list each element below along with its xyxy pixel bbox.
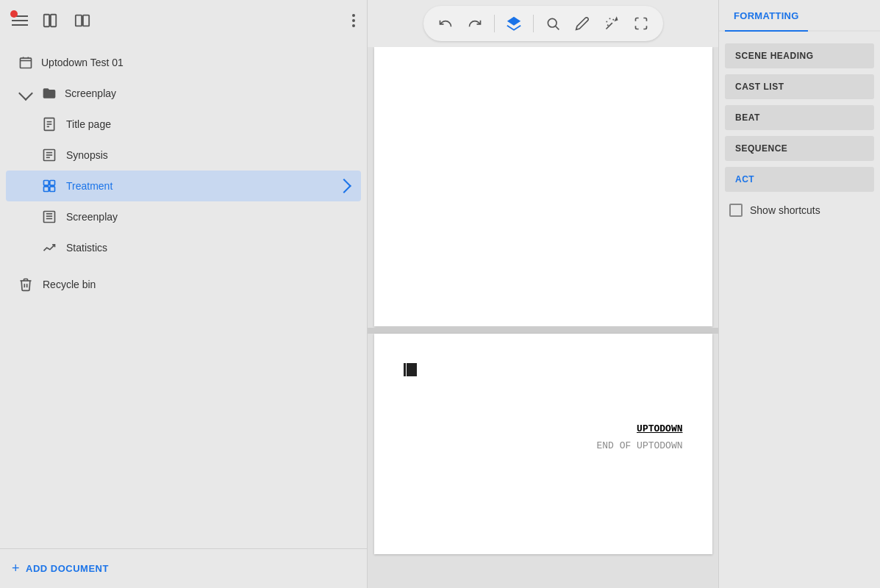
svg-line-28 [607, 25, 608, 26]
menu-bar-3 [12, 24, 28, 26]
toolbar-divider-2 [533, 15, 534, 32]
sequence-button[interactable]: SEQUENCE [725, 136, 874, 161]
cast-list-button[interactable]: CAST LIST [725, 74, 874, 99]
sidebar-item-screenplay-folder[interactable]: Screenplay [6, 78, 361, 109]
screenplay-icon [41, 209, 57, 225]
svg-rect-13 [44, 181, 49, 186]
svg-rect-2 [76, 15, 82, 26]
add-document-label: ADD DOCUMENT [26, 563, 109, 574]
show-shortcuts-checkbox[interactable] [729, 204, 743, 217]
sidebar-item-recycle-bin[interactable]: Recycle bin [6, 269, 361, 300]
menu-button[interactable] [12, 12, 29, 29]
sidebar-content: Uptodown Test 01 Screenplay [0, 41, 367, 548]
undo-button[interactable] [432, 10, 459, 37]
page-1 [374, 47, 712, 326]
cursor-rect [407, 363, 417, 376]
act-button[interactable]: ACT [725, 167, 874, 192]
magic-wand-button[interactable] [598, 10, 625, 37]
cursor [404, 363, 417, 376]
show-shortcuts-row: Show shortcuts [725, 198, 874, 223]
sidebar-footer: + ADD DOCUMENT [0, 548, 367, 588]
search-button[interactable] [540, 10, 566, 37]
trash-icon [18, 276, 34, 293]
dot-2 [352, 19, 355, 22]
dot-1 [352, 14, 355, 17]
scene-heading-button[interactable]: SCENE HEADING [725, 43, 874, 68]
sidebar-item-treatment[interactable]: Treatment [6, 171, 361, 201]
toolbar-divider-1 [494, 15, 495, 32]
add-document-button[interactable]: + ADD DOCUMENT [12, 561, 355, 576]
page-break [368, 328, 718, 334]
title-page-label: Title page [66, 118, 349, 130]
recycle-bin-label: Recycle bin [43, 279, 349, 290]
sidebar-item-project[interactable]: Uptodown Test 01 [6, 47, 361, 78]
panel-content: SCENE HEADING CAST LIST BEAT SEQUENCE AC… [719, 32, 880, 234]
layers-button[interactable] [501, 10, 527, 37]
folder-icon [41, 85, 57, 101]
treatment-chevron-icon [337, 179, 351, 193]
split-view-button[interactable] [71, 9, 94, 32]
treatment-label: Treatment [66, 180, 330, 192]
show-shortcuts-label: Show shortcuts [750, 204, 820, 216]
expand-button[interactable] [628, 10, 654, 37]
right-panel: FORMATTING SCENE HEADING CAST LIST BEAT … [718, 0, 880, 588]
sidebar-item-title-page[interactable]: Title page [6, 109, 361, 140]
toolbar [368, 0, 718, 47]
sidebar-item-statistics[interactable]: Statistics [6, 232, 361, 263]
svg-rect-0 [44, 15, 49, 27]
statistics-icon [41, 240, 57, 256]
svg-rect-3 [83, 15, 89, 26]
toolbar-inner [423, 6, 663, 41]
main-content: UPTODOWN END OF UPTODOWN [368, 0, 718, 588]
panel-tabs: FORMATTING [719, 0, 880, 32]
sidebar-header-left [12, 9, 94, 32]
svg-line-23 [555, 26, 559, 30]
svg-rect-15 [44, 187, 49, 192]
svg-rect-1 [51, 15, 56, 27]
cursor-line [404, 363, 406, 376]
screenplay-label: Screenplay [66, 211, 349, 223]
document-view-button[interactable] [38, 9, 62, 32]
pen-button[interactable] [569, 10, 595, 37]
redo-button[interactable] [462, 10, 488, 37]
notification-dot [10, 10, 18, 18]
statistics-label: Statistics [66, 242, 349, 254]
synopsis-label: Synopsis [66, 149, 349, 161]
svg-line-27 [612, 19, 613, 20]
script-end-text: END OF UPTODOWN [404, 440, 683, 451]
tab-formatting[interactable]: FORMATTING [725, 0, 808, 32]
treatment-icon [41, 178, 57, 194]
project-icon [18, 54, 34, 71]
script-title: UPTODOWN [404, 423, 683, 434]
more-options-button[interactable] [352, 14, 355, 27]
svg-marker-21 [507, 17, 520, 26]
svg-rect-14 [50, 181, 55, 186]
sidebar: Uptodown Test 01 Screenplay [0, 0, 368, 588]
editor-area[interactable]: UPTODOWN END OF UPTODOWN [368, 47, 718, 588]
screenplay-folder-label: Screenplay [65, 87, 349, 99]
svg-point-22 [548, 18, 557, 27]
page-2[interactable]: UPTODOWN END OF UPTODOWN [374, 334, 712, 554]
menu-bar-2 [12, 20, 28, 21]
project-label: Uptodown Test 01 [41, 57, 349, 68]
chevron-down-icon [18, 85, 34, 101]
svg-rect-16 [50, 187, 55, 192]
beat-button[interactable]: BEAT [725, 105, 874, 130]
svg-line-24 [606, 23, 612, 29]
plus-icon: + [12, 561, 20, 576]
title-page-icon [41, 116, 57, 132]
synopsis-icon [41, 147, 57, 163]
page-container: UPTODOWN END OF UPTODOWN [368, 47, 718, 588]
sidebar-item-screenplay[interactable]: Screenplay [6, 201, 361, 232]
svg-rect-4 [21, 58, 32, 68]
dot-3 [352, 24, 355, 27]
sidebar-header [0, 0, 367, 41]
sidebar-item-synopsis[interactable]: Synopsis [6, 140, 361, 171]
